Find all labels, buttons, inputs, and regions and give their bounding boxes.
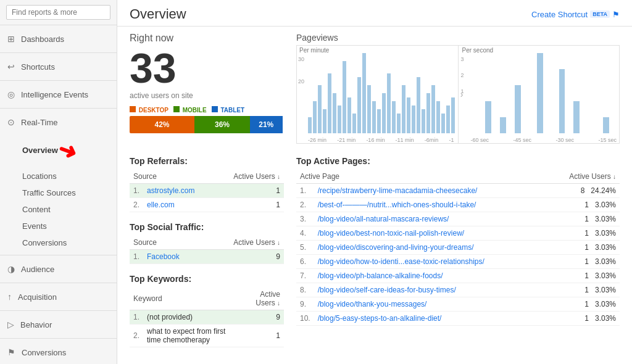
top-referrals-section: Top Referrals: Source Active Users ↓ xyxy=(130,156,284,212)
chart-container: Per minute 30 20 -26 min -21 min -16 min… xyxy=(296,45,620,144)
desktop-legend-label: DESKTOP xyxy=(139,107,168,114)
per-minute-bar xyxy=(377,109,381,133)
per-minute-bar xyxy=(446,105,450,134)
per-minute-bar xyxy=(451,97,455,134)
row-num: 6. xyxy=(296,255,314,269)
table-row: 3. /blog-video/all-natural-mascara-revie… xyxy=(296,212,620,226)
x-sec-label-2: -45 sec xyxy=(513,137,531,143)
sidebar-item-conversions[interactable]: Conversions xyxy=(0,234,117,251)
locations-label: Locations xyxy=(22,172,57,181)
referrals-source-header: Source xyxy=(130,170,214,184)
table-row: 1. (not provided) 9 xyxy=(130,310,284,325)
mobile-pct: 36% xyxy=(215,120,230,129)
desktop-legend: DESKTOP xyxy=(130,106,168,114)
per-second-chart: Per second 3 2 1 -60 sec -45 sec -30 sec… xyxy=(460,46,620,143)
page-title: Overview xyxy=(130,6,186,22)
sidebar-item-content[interactable]: Content xyxy=(0,201,117,218)
pageviews-section: Pageviews Per minute 30 20 -26 min -21 m… xyxy=(296,33,620,144)
per-minute-bar xyxy=(392,101,396,133)
users-cell: 1 3.03% xyxy=(547,255,620,269)
page-cell: /blog-video/discovering-and-living-your-… xyxy=(314,241,547,255)
users-cell: 9 xyxy=(203,250,284,264)
per-second-bar xyxy=(537,53,543,133)
users-cell: 1 3.03% xyxy=(547,283,620,297)
page-link[interactable]: /blog-video/ph-balance-alkaline-foods/ xyxy=(318,271,443,280)
sidebar-item-acquisition[interactable]: ↑ Acquisition xyxy=(0,287,117,307)
acquisition-label: Acquisition xyxy=(18,292,57,302)
per-minute-bar xyxy=(367,85,371,133)
row-num: 8. xyxy=(296,283,314,297)
realtime-icon: ⊙ xyxy=(7,117,15,127)
right-now-left: Right now 33 active users on site DESKTO… xyxy=(130,33,284,144)
events-label: Events xyxy=(22,221,47,231)
users-cell: 1 xyxy=(244,325,284,347)
sidebar-item-events[interactable]: Events xyxy=(0,218,117,234)
per-minute-bar xyxy=(323,109,326,133)
create-shortcut-label: Create Shortcut xyxy=(531,10,588,19)
page-link[interactable]: /recipe/strawberry-lime-macadamia-cheese… xyxy=(318,186,478,195)
table-row: 5. /blog-video/discovering-and-living-yo… xyxy=(296,241,620,255)
table-row: 10. /blog/5-easy-steps-to-an-alkaline-di… xyxy=(296,312,620,326)
row-num: 1. xyxy=(296,184,314,198)
shortcuts-label: Shortcuts xyxy=(21,62,55,72)
per-minute-bar xyxy=(382,93,386,133)
beta-badge: BETA xyxy=(590,10,610,18)
per-minute-bar xyxy=(407,97,410,134)
expand-arrow[interactable]: › xyxy=(460,89,464,99)
table-row: 1. Facebook 9 xyxy=(130,250,284,264)
sidebar-item-dashboards[interactable]: ⊞ Dashboards xyxy=(0,29,117,49)
keyword-cell: (not provided) xyxy=(143,310,244,325)
page-link[interactable]: /best-of-———/nutrit...which-ones-should-… xyxy=(318,201,476,209)
keyword-sort-arrow: ↓ xyxy=(277,300,280,307)
mobile-legend-dot xyxy=(173,106,180,112)
sidebar-item-behavior[interactable]: ▷ Behavior xyxy=(0,315,117,334)
source-link[interactable]: elle.com xyxy=(147,201,175,209)
page-link[interactable]: /blog-video/discovering-and-living-your-… xyxy=(318,243,474,252)
per-minute-bar xyxy=(362,53,366,133)
sidebar-item-overview[interactable]: Overview ➜ xyxy=(0,132,117,168)
sidebar-item-traffic-sources[interactable]: Traffic Sources xyxy=(0,184,117,201)
table-row: 6. /blog-video/how-to-identi...ease-toxi… xyxy=(296,255,620,269)
intelligence-label: Intelligence Events xyxy=(21,90,88,99)
per-minute-bar xyxy=(313,101,317,133)
row-num: 1. xyxy=(130,250,143,264)
x-label-4: -11 min xyxy=(396,137,414,143)
per-minute-bar xyxy=(372,101,376,133)
row-num: 10. xyxy=(296,312,314,326)
per-minute-bar xyxy=(441,114,445,134)
right-tables: Top Active Pages: Active Page Active Use… xyxy=(296,156,620,357)
sidebar-item-realtime[interactable]: ⊙ Real-Time xyxy=(0,112,117,132)
sidebar-item-intelligence[interactable]: ◎ Intelligence Events xyxy=(0,85,117,104)
create-shortcut-button[interactable]: Create Shortcut BETA ⚑ xyxy=(531,10,620,19)
per-minute-bar xyxy=(357,77,361,133)
page-link[interactable]: /blog-video/best-non-toxic-nail-polish-r… xyxy=(318,229,464,238)
sidebar-item-conversions-nav[interactable]: ⚑ Conversions xyxy=(0,342,117,362)
page-link[interactable]: /blog-video/all-natural-mascara-reviews/ xyxy=(318,215,449,223)
page-link[interactable]: /blog-video/thank-you-messages/ xyxy=(318,300,427,308)
page-cell: /blog-video/all-natural-mascara-reviews/ xyxy=(314,212,547,226)
social-users-header: Active Users ↓ xyxy=(203,236,284,250)
page-header: Active Page xyxy=(296,170,547,184)
x-label-5: -6min xyxy=(425,137,439,143)
per-minute-bar xyxy=(308,117,312,133)
table-row: 2. /best-of-———/nutrit...which-ones-shou… xyxy=(296,198,620,212)
page-link[interactable]: /blog/5-easy-steps-to-an-alkaline-diet/ xyxy=(318,314,442,323)
top-keywords-section: Top Keywords: Keyword Active Users ↓ xyxy=(130,274,284,347)
page-link[interactable]: /blog-video/self-care-ideas-for-busy-tim… xyxy=(318,286,456,294)
source-cell: Facebook xyxy=(143,250,203,264)
per-minute-bar xyxy=(387,73,391,134)
search-input[interactable] xyxy=(6,5,110,20)
page-cell: /blog-video/thank-you-messages/ xyxy=(314,297,547,312)
sidebar-item-locations[interactable]: Locations xyxy=(0,168,117,184)
source-link[interactable]: Facebook xyxy=(147,252,180,261)
page-cell: /blog/5-easy-steps-to-an-alkaline-diet/ xyxy=(314,312,547,326)
per-minute-chart: Per minute 30 20 -26 min -21 min -16 min… xyxy=(297,46,457,143)
source-link[interactable]: astrostyle.com xyxy=(147,186,194,195)
sidebar-item-shortcuts[interactable]: ↩ Shortcuts xyxy=(0,57,117,77)
shortcuts-icon: ↩ xyxy=(7,62,15,72)
page-link[interactable]: /blog-video/how-to-identi...ease-toxic-r… xyxy=(318,257,484,266)
per-minute-bar xyxy=(436,101,440,133)
mobile-legend-label: MOBILE xyxy=(183,107,207,114)
sidebar-resize-handle[interactable] xyxy=(114,0,117,364)
sidebar-item-audience[interactable]: ◑ Audience xyxy=(0,259,117,279)
